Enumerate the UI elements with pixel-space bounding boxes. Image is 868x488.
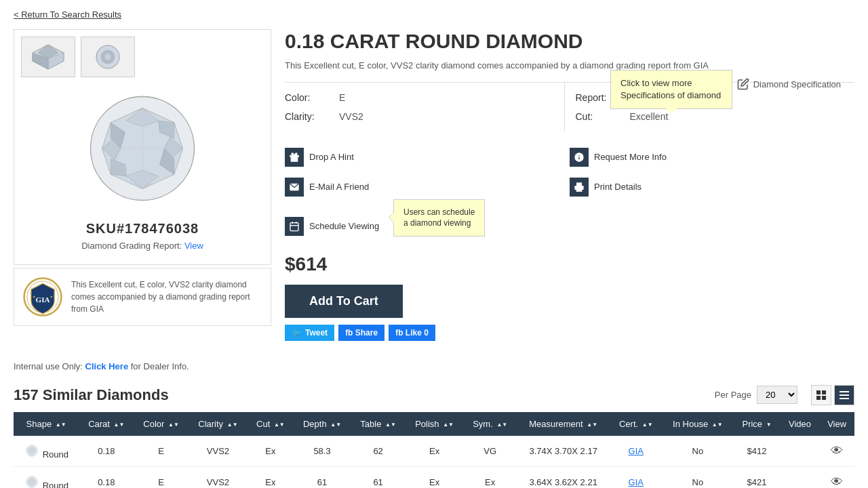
sku-text: SKU#178476038 bbox=[21, 221, 264, 237]
cell-video-0 bbox=[781, 436, 820, 467]
col-table[interactable]: Table ▲▼ bbox=[351, 412, 405, 436]
report-section: Diamond Grading Report: View bbox=[21, 241, 264, 251]
svg-rect-34 bbox=[816, 390, 821, 394]
grid-icon bbox=[816, 390, 827, 401]
cell-depth-0: 58.3 bbox=[294, 436, 351, 467]
sort-clarity: ▲▼ bbox=[227, 422, 238, 428]
facebook-share-button[interactable]: fb Share bbox=[338, 325, 384, 341]
similar-label: Similar Diamonds bbox=[43, 386, 169, 403]
col-polish[interactable]: Polish ▲▼ bbox=[406, 412, 464, 436]
col-view: View bbox=[819, 412, 854, 436]
back-link[interactable]: < Return To Search Results bbox=[0, 0, 135, 29]
clarity-value: VVS2 bbox=[339, 111, 363, 122]
sort-shape: ▲▼ bbox=[56, 422, 66, 428]
tweet-icon: 🐦 bbox=[292, 328, 302, 338]
similar-header: 157 Similar Diamonds Per Page 20 50 100 bbox=[14, 385, 854, 405]
right-panel: Click to view more Specifications of dia… bbox=[285, 29, 854, 348]
svg-rect-38 bbox=[840, 391, 849, 392]
report-link[interactable]: View bbox=[184, 241, 203, 251]
similar-title: 157 Similar Diamonds bbox=[14, 386, 169, 404]
cell-clarity-1: VVS2 bbox=[189, 466, 248, 488]
col-carat[interactable]: Carat ▲▼ bbox=[79, 412, 134, 436]
cell-price-0: $412 bbox=[733, 436, 780, 467]
cell-carat-0: 0.18 bbox=[79, 436, 134, 467]
facebook-share-label: fb Share bbox=[345, 328, 378, 338]
cell-cert-1: GIA bbox=[610, 466, 662, 488]
svg-rect-40 bbox=[840, 398, 849, 399]
spec-tooltip: Click to view more Specifications of dia… bbox=[610, 70, 732, 109]
spec-link-label: Diamond Specification bbox=[753, 79, 841, 89]
email-friend-action[interactable]: E-Mail A Friend bbox=[285, 172, 570, 202]
svg-point-24 bbox=[51, 296, 53, 298]
per-page-select[interactable]: 20 50 100 bbox=[757, 386, 797, 404]
cell-table-1: 61 bbox=[351, 466, 405, 488]
dealer-info-link[interactable]: Click Here bbox=[85, 361, 129, 371]
thumbnail-1[interactable] bbox=[21, 37, 75, 77]
svg-text:GIA: GIA bbox=[35, 296, 50, 304]
cert-link-0[interactable]: GIA bbox=[629, 446, 644, 456]
facebook-like-button[interactable]: fb Like 0 bbox=[389, 325, 435, 341]
grid-view-button[interactable] bbox=[811, 385, 831, 405]
request-info-action[interactable]: Request More Info bbox=[570, 142, 854, 172]
cell-table-0: 62 bbox=[351, 436, 405, 467]
thumbnail-2[interactable] bbox=[81, 37, 135, 77]
cell-clarity-0: VVS2 bbox=[189, 436, 248, 467]
per-page-selector: Per Page 20 50 100 bbox=[715, 386, 797, 404]
cell-video-1 bbox=[781, 466, 820, 488]
col-color[interactable]: Color ▲▼ bbox=[134, 412, 188, 436]
col-in-house[interactable]: In House ▲▼ bbox=[662, 412, 733, 436]
cell-view-1: 👁 bbox=[819, 466, 854, 488]
cell-price-1: $421 bbox=[733, 466, 780, 488]
cut-value: Excellent bbox=[630, 111, 669, 122]
cut-spec: Cut: Excellent bbox=[576, 107, 855, 126]
col-cert[interactable]: Cert. ▲▼ bbox=[610, 412, 662, 436]
dealer-info-text: for Dealer Info. bbox=[131, 361, 189, 371]
col-depth[interactable]: Depth ▲▼ bbox=[294, 412, 351, 436]
color-spec: Color: E bbox=[285, 88, 564, 107]
cert-link-1[interactable]: GIA bbox=[629, 477, 644, 487]
svg-point-44 bbox=[28, 479, 35, 485]
image-container: SKU#178476038 Diamond Grading Report: Vi… bbox=[14, 29, 271, 265]
col-shape[interactable]: Shape ▲▼ bbox=[14, 412, 79, 436]
cell-shape-1: Round bbox=[14, 466, 79, 488]
view-button-0[interactable]: 👁 bbox=[831, 444, 843, 458]
tweet-button[interactable]: 🐦 Tweet bbox=[285, 325, 334, 341]
sort-table: ▲▼ bbox=[385, 422, 396, 428]
specs-col-left: Color: E Clarity: VVS2 bbox=[285, 83, 564, 131]
print-details-action[interactable]: Print Details bbox=[570, 172, 854, 202]
col-cut[interactable]: Cut ▲▼ bbox=[248, 412, 294, 436]
schedule-viewing-row: Schedule Viewing Users can schedule a di… bbox=[285, 206, 854, 247]
sort-cut: ▲▼ bbox=[274, 422, 285, 428]
schedule-viewing-action[interactable]: Schedule Viewing bbox=[285, 211, 379, 241]
request-info-label: Request More Info bbox=[594, 152, 667, 162]
gift-icon bbox=[285, 148, 304, 167]
add-to-cart-button[interactable]: Add To Cart bbox=[285, 285, 403, 318]
calendar-icon bbox=[285, 217, 304, 236]
col-measurement[interactable]: Measurement ▲▼ bbox=[517, 412, 610, 436]
left-panel: SKU#178476038 Diamond Grading Report: Vi… bbox=[14, 29, 271, 348]
list-view-button[interactable] bbox=[834, 385, 854, 405]
email-friend-label: E-Mail A Friend bbox=[309, 182, 369, 192]
cell-color-1: E bbox=[134, 466, 188, 488]
schedule-tooltip-line1: Users can schedule bbox=[403, 207, 475, 217]
shape-icon-1 bbox=[24, 474, 40, 489]
email-icon bbox=[285, 178, 304, 197]
product-title: 0.18 CARAT ROUND DIAMOND bbox=[285, 29, 854, 54]
table-row: Round 0.18 E VVS2 Ex 61 61 Ex Ex 3.64X 3… bbox=[14, 466, 854, 488]
product-description: This Excellent cut, E color, VVS2 clarit… bbox=[285, 59, 854, 73]
shape-icon-0 bbox=[24, 443, 40, 459]
cell-depth-1: 61 bbox=[294, 466, 351, 488]
schedule-viewing-label: Schedule Viewing bbox=[309, 221, 379, 231]
col-sym[interactable]: Sym. ▲▼ bbox=[463, 412, 517, 436]
spec-link[interactable]: Diamond Specification bbox=[737, 78, 841, 90]
cell-shape-text-1: Round bbox=[43, 481, 68, 489]
col-clarity[interactable]: Clarity ▲▼ bbox=[189, 412, 248, 436]
drop-hint-label: Drop A Hint bbox=[309, 152, 354, 162]
print-icon bbox=[570, 178, 589, 197]
col-price[interactable]: Price ▼ bbox=[733, 412, 780, 436]
view-button-1[interactable]: 👁 bbox=[831, 475, 843, 489]
svg-rect-39 bbox=[840, 394, 849, 396]
cell-measurement-1: 3.64X 3.62X 2.21 bbox=[517, 466, 610, 488]
sort-sym: ▲▼ bbox=[496, 422, 507, 428]
drop-hint-action[interactable]: Drop A Hint bbox=[285, 142, 570, 172]
